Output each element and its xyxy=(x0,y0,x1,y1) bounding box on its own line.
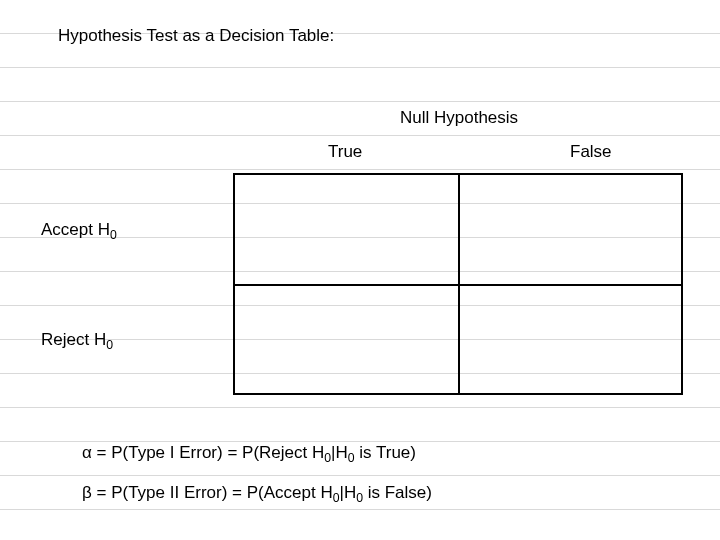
beta-text-2: |H xyxy=(340,483,357,502)
beta-symbol: β xyxy=(82,483,92,502)
beta-sub-2: 0 xyxy=(356,491,363,505)
beta-text-3: is False) xyxy=(363,483,432,502)
column-header-true: True xyxy=(328,142,362,162)
alpha-symbol: α xyxy=(82,443,92,462)
alpha-text-3: is True) xyxy=(355,443,416,462)
alpha-text-2: |H xyxy=(331,443,348,462)
column-super-header: Null Hypothesis xyxy=(400,108,518,128)
row-accept-sub: 0 xyxy=(110,228,117,242)
alpha-sub-2: 0 xyxy=(348,451,355,465)
beta-sub-1: 0 xyxy=(333,491,340,505)
page-title: Hypothesis Test as a Decision Table: xyxy=(58,26,334,46)
beta-text-1: = P(Type II Error) = P(Accept H xyxy=(92,483,333,502)
alpha-text-1: = P(Type I Error) = P(Reject H xyxy=(92,443,324,462)
slide-content: Hypothesis Test as a Decision Table: Nul… xyxy=(0,0,720,540)
row-header-reject: Reject H0 xyxy=(41,330,113,350)
column-header-false: False xyxy=(570,142,612,162)
alpha-definition: α = P(Type I Error) = P(Reject H0|H0 is … xyxy=(82,443,416,463)
row-accept-text: Accept H xyxy=(41,220,110,239)
decision-grid xyxy=(233,173,683,395)
row-header-accept: Accept H0 xyxy=(41,220,117,240)
row-reject-text: Reject H xyxy=(41,330,106,349)
grid-horizontal-divider xyxy=(235,284,681,286)
row-reject-sub: 0 xyxy=(106,338,113,352)
beta-definition: β = P(Type II Error) = P(Accept H0|H0 is… xyxy=(82,483,432,503)
